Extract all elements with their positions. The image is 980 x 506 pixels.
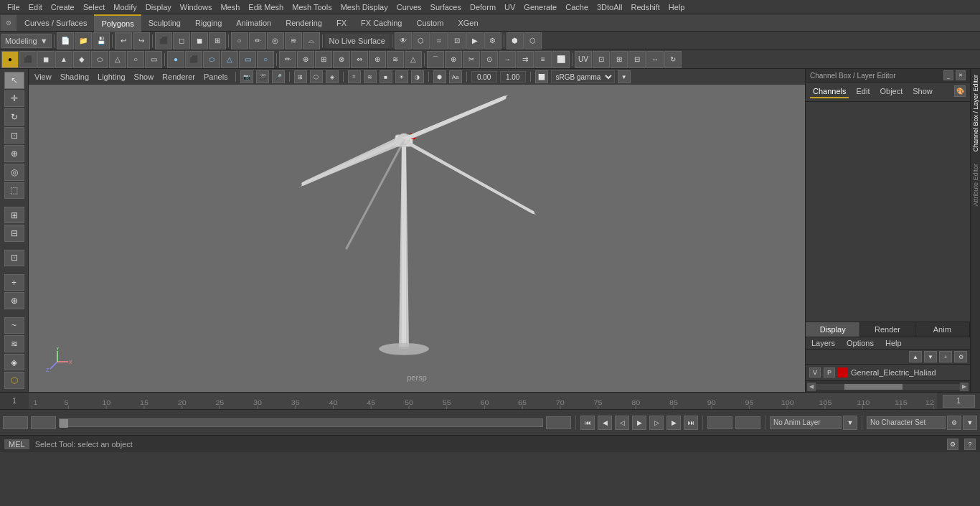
menu-edit[interactable]: Edit	[24, 1, 47, 13]
multi-component-btn[interactable]: ⊡	[4, 250, 24, 267]
menu-mesh-tools[interactable]: Mesh Tools	[288, 1, 336, 13]
menu-help[interactable]: Help	[664, 1, 689, 13]
show-manipulator-btn[interactable]: ⊞	[4, 207, 24, 224]
status-settings-btn[interactable]: ⚙	[947, 439, 958, 450]
nurbs-torus-btn[interactable]: ○	[257, 51, 274, 68]
panel-close-btn[interactable]: ✕	[956, 70, 966, 80]
vtab-attribute-editor[interactable]: Attribute Editor	[971, 158, 981, 212]
layer-playback-btn[interactable]: P	[824, 367, 835, 378]
select-by-component-btn[interactable]: ◻	[173, 32, 190, 50]
menu-mesh-display[interactable]: Mesh Display	[336, 1, 392, 13]
ws-tab-rigging[interactable]: Rigging	[188, 14, 229, 32]
workspace-toggle[interactable]: ⚙	[1, 15, 17, 31]
undo-btn[interactable]: ↩	[115, 32, 132, 50]
uv-flip-btn[interactable]: ↔	[646, 51, 664, 68]
next-frame-btn[interactable]: ▶	[666, 416, 681, 430]
slide-edge-btn[interactable]: →	[499, 51, 516, 68]
menu-surfaces[interactable]: Surfaces	[426, 1, 466, 13]
status-help-btn[interactable]: ?	[964, 439, 976, 450]
lasso-select-btn[interactable]: ○	[231, 32, 248, 50]
fill-hole-btn[interactable]: ⬜	[552, 51, 570, 68]
torus-btn[interactable]: ○	[127, 51, 144, 68]
menu-generate[interactable]: Generate	[519, 1, 561, 13]
vp-wireframe-btn[interactable]: ⌗	[348, 70, 361, 83]
render-cam-btn[interactable]: ⬡	[4, 372, 24, 389]
target-weld-btn[interactable]: ⊙	[481, 51, 498, 68]
cb-tab-channels[interactable]: Channels	[810, 85, 849, 98]
scroll-track[interactable]	[816, 384, 960, 390]
ws-tab-custom[interactable]: Custom	[410, 14, 451, 32]
extrude2-btn[interactable]: ⊕	[445, 51, 462, 68]
menu-3dtoall[interactable]: 3DtoAll	[593, 1, 626, 13]
bevel-btn[interactable]: ⌒	[427, 51, 444, 68]
cb-tab-show[interactable]: Show	[910, 85, 936, 98]
vp-light-btn[interactable]: ☀	[395, 70, 408, 83]
uv-layout-btn[interactable]: ⊟	[628, 51, 646, 68]
open-file-btn[interactable]: 📁	[75, 32, 92, 50]
vp-movie-btn[interactable]: 🎬	[256, 70, 269, 83]
surface-btn[interactable]: ≋	[4, 335, 24, 352]
select-by-hierarchy-btn[interactable]: ⬛	[155, 32, 172, 50]
crease-btn[interactable]: ≡	[534, 51, 552, 68]
menu-modify[interactable]: Modify	[109, 1, 141, 13]
go-to-end-btn[interactable]: ⏭	[684, 416, 698, 430]
layer-color-swatch[interactable]	[838, 367, 848, 378]
next-key-btn[interactable]: ▷	[649, 416, 664, 430]
layer-row-0[interactable]: V P General_Electric_Haliad	[807, 366, 969, 379]
sphere-btn[interactable]: ●	[1, 51, 19, 68]
lst-layers[interactable]: Layers	[806, 337, 841, 349]
le-tab-display[interactable]: Display	[806, 322, 860, 337]
cluster-btn[interactable]: +	[4, 274, 24, 291]
render-region-btn[interactable]: ⊡	[448, 32, 466, 50]
go-to-start-btn[interactable]: ⏮	[580, 416, 595, 430]
sculpt-btn[interactable]: ≋	[285, 32, 302, 50]
max-end-input[interactable]: 200	[735, 416, 760, 429]
modeling-dropdown[interactable]: Modeling ▼	[1, 34, 52, 48]
anim-layer-arrow[interactable]: ▼	[843, 416, 857, 430]
save-file-btn[interactable]: 💾	[93, 32, 110, 50]
ws-tab-fx[interactable]: FX	[329, 14, 354, 32]
scroll-right-btn[interactable]: ▶	[960, 383, 969, 391]
vp-smooth-btn[interactable]: ≋	[364, 70, 377, 83]
snap-to-grid-btn[interactable]: ⊞	[209, 32, 226, 50]
uv-editor-btn[interactable]: UV	[575, 51, 592, 68]
right-panel-scrollbar[interactable]: ◀ ▶	[806, 380, 970, 392]
timeline-frame-input[interactable]	[943, 395, 975, 408]
layer-options-btn[interactable]: ⚙	[954, 351, 967, 362]
cb-tab-edit[interactable]: Edit	[853, 85, 872, 98]
frame-slider-thumb[interactable]	[60, 419, 68, 428]
ws-tab-animation[interactable]: Animation	[229, 14, 278, 32]
vp-color-btn[interactable]: ◈	[326, 70, 339, 83]
le-tab-render[interactable]: Render	[860, 322, 915, 337]
color-btn[interactable]: 🎨	[954, 85, 966, 97]
vp-shaded-btn[interactable]: ■	[380, 70, 392, 83]
plane-btn[interactable]: ▭	[145, 51, 162, 68]
vp-camera-btn[interactable]: 📷	[240, 70, 253, 83]
vp-menu-lighting[interactable]: Lighting	[95, 71, 128, 83]
cb-tab-object[interactable]: Object	[877, 85, 905, 98]
menu-file[interactable]: File	[3, 1, 24, 13]
soft-mod-btn[interactable]: ◎	[4, 164, 24, 181]
smooth2-btn[interactable]: ≋	[387, 51, 404, 68]
isolate-btn[interactable]: ⬡	[413, 32, 430, 50]
viewport[interactable]: View Shading Lighting Show Renderer Pane…	[29, 69, 805, 392]
char-set-dropdown[interactable]: No Character Set	[867, 416, 946, 429]
near-clip-input[interactable]: 0.00	[471, 71, 497, 83]
ws-tab-polygons[interactable]: Polygons	[94, 14, 141, 32]
new-file-btn[interactable]: 📄	[57, 32, 74, 50]
nurbs-cyl-btn[interactable]: ⬭	[203, 51, 220, 68]
menu-curves[interactable]: Curves	[392, 1, 426, 13]
uv-rotate-btn[interactable]: ↻	[664, 51, 682, 68]
extrude-btn[interactable]: ⊕	[297, 51, 314, 68]
lst-help[interactable]: Help	[880, 337, 908, 349]
frame-slider[interactable]	[59, 418, 543, 427]
char-set-arrow[interactable]: ▼	[963, 416, 977, 430]
pen-tool-btn[interactable]: ✏	[279, 51, 296, 68]
anim-end-input[interactable]: 120	[707, 416, 732, 429]
menu-uv[interactable]: UV	[500, 1, 519, 13]
scroll-left-btn[interactable]: ◀	[807, 383, 816, 391]
scale-tool-btn[interactable]: ⊡	[4, 127, 24, 144]
snap-btn[interactable]: ◈	[4, 354, 24, 371]
current-frame-input[interactable]: 1	[31, 416, 56, 429]
vp-mic-btn[interactable]: 🎤	[272, 70, 285, 83]
